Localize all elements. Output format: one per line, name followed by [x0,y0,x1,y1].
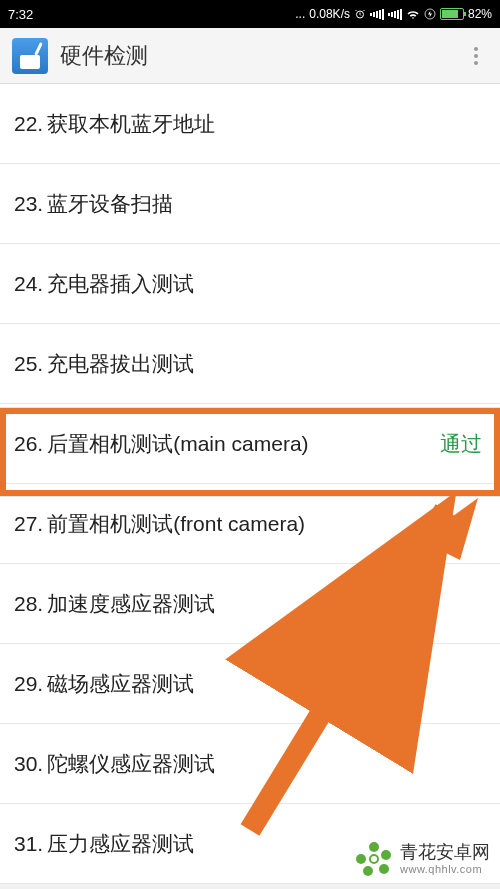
status-net-speed: 0.08K/s [309,7,350,21]
list-item[interactable]: 28. 加速度感应器测试 [0,564,500,644]
list-item-highlighted[interactable]: 26. 后置相机测试(main camera) 通过 [0,404,500,484]
status-bar: 7:32 ... 0.08K/s 82% [0,0,500,28]
item-label: 充电器插入测试 [47,270,482,298]
svg-point-9 [356,854,366,864]
status-battery-pct: 82% [468,7,492,21]
status-indicators: ... 0.08K/s 82% [33,7,492,21]
item-label: 蓝牙设备扫描 [47,190,482,218]
watermark-logo-icon [354,839,394,879]
status-dots: ... [295,7,305,21]
item-number: 31. [14,832,43,856]
signal-icon-1 [370,9,384,20]
list-item[interactable]: 24. 充电器插入测试 [0,244,500,324]
item-label: 磁场感应器测试 [47,670,482,698]
app-icon [12,38,48,74]
app-title: 硬件检测 [60,41,464,71]
list-item[interactable]: 29. 磁场感应器测试 [0,644,500,724]
app-bar: 硬件检测 [0,28,500,84]
watermark: 青花安卓网 www.qhhlv.com [354,839,490,879]
list-item[interactable]: 30. 陀螺仪感应器测试 [0,724,500,804]
bolt-icon [424,8,436,20]
battery-icon [440,8,464,20]
item-number: 25. [14,352,43,376]
item-label: 加速度感应器测试 [47,590,482,618]
list-item[interactable]: 23. 蓝牙设备扫描 [0,164,500,244]
item-label: 后置相机测试(main camera) [47,430,440,458]
svg-point-7 [379,864,389,874]
list-item[interactable]: 22. 获取本机蓝牙地址 [0,84,500,164]
svg-point-8 [363,866,373,876]
watermark-url: www.qhhlv.com [400,863,490,875]
alarm-icon [354,8,366,20]
watermark-title: 青花安卓网 [400,843,490,863]
item-status: 通过 [440,430,482,458]
item-number: 30. [14,752,43,776]
status-time: 7:32 [8,7,33,22]
wifi-icon [406,9,420,20]
item-label: 前置相机测试(front camera) [47,510,482,538]
list-item[interactable]: 27. 前置相机测试(front camera) [0,484,500,564]
battery-fill [442,10,458,18]
item-number: 27. [14,512,43,536]
test-list: 22. 获取本机蓝牙地址 23. 蓝牙设备扫描 24. 充电器插入测试 25. … [0,84,500,884]
item-number: 29. [14,672,43,696]
svg-point-5 [369,842,379,852]
signal-icon-2 [388,9,402,20]
item-number: 26. [14,432,43,456]
item-label: 充电器拔出测试 [47,350,482,378]
overflow-menu-button[interactable] [464,47,488,65]
item-number: 28. [14,592,43,616]
list-item[interactable]: 25. 充电器拔出测试 [0,324,500,404]
item-number: 23. [14,192,43,216]
svg-point-6 [381,850,391,860]
svg-point-10 [370,855,378,863]
item-number: 22. [14,112,43,136]
item-label: 获取本机蓝牙地址 [47,110,482,138]
item-number: 24. [14,272,43,296]
item-label: 陀螺仪感应器测试 [47,750,482,778]
